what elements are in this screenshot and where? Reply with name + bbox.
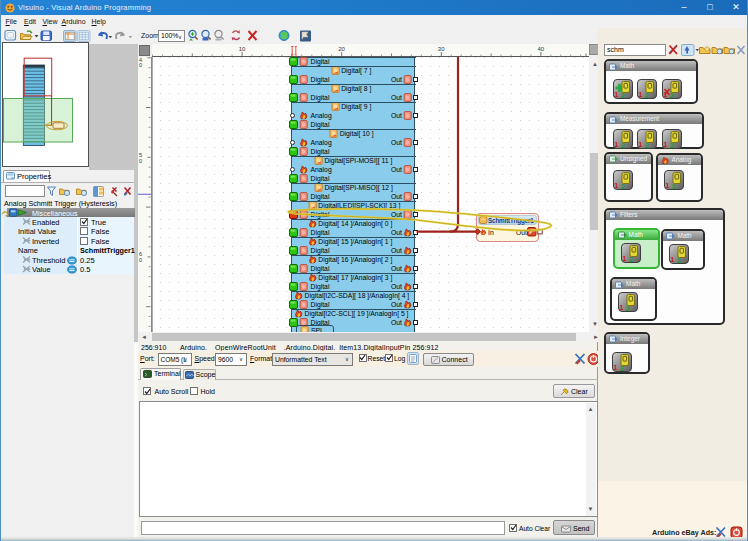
- svg-text:2: 2: [672, 182, 676, 190]
- svg-text:2: 2: [670, 91, 674, 99]
- svg-text:2: 2: [620, 364, 624, 372]
- svg-text:1: 1: [622, 254, 626, 263]
- svg-text:2: 2: [626, 304, 630, 312]
- svg-text:2: 2: [620, 141, 624, 149]
- svg-text:1: 1: [613, 363, 617, 372]
- svg-text:1: 1: [665, 181, 669, 190]
- svg-text:1: 1: [663, 90, 667, 99]
- svg-text:2: 2: [670, 141, 674, 149]
- svg-text:2: 2: [677, 256, 681, 264]
- svg-text:1: 1: [614, 140, 618, 149]
- svg-text:1: 1: [663, 140, 667, 149]
- svg-text:1: 1: [614, 90, 618, 99]
- svg-text:20: 20: [338, 46, 345, 52]
- svg-text:1: 1: [638, 90, 642, 99]
- svg-text:0: 0: [139, 62, 142, 68]
- svg-text:40: 40: [537, 46, 544, 52]
- svg-text:0: 0: [139, 257, 142, 263]
- svg-text:0: 0: [139, 158, 142, 164]
- svg-text:2: 2: [628, 255, 632, 263]
- svg-text:30: 30: [438, 46, 445, 52]
- svg-text:2: 2: [645, 141, 649, 149]
- svg-text:2: 2: [620, 91, 624, 99]
- svg-text:1: 1: [614, 181, 618, 190]
- svg-text:1: 1: [619, 303, 623, 312]
- svg-text:10: 10: [239, 46, 246, 52]
- svg-text:2: 2: [645, 91, 649, 99]
- svg-text:1: 1: [671, 255, 675, 264]
- svg-text:2: 2: [621, 182, 625, 190]
- svg-text:1: 1: [638, 140, 642, 149]
